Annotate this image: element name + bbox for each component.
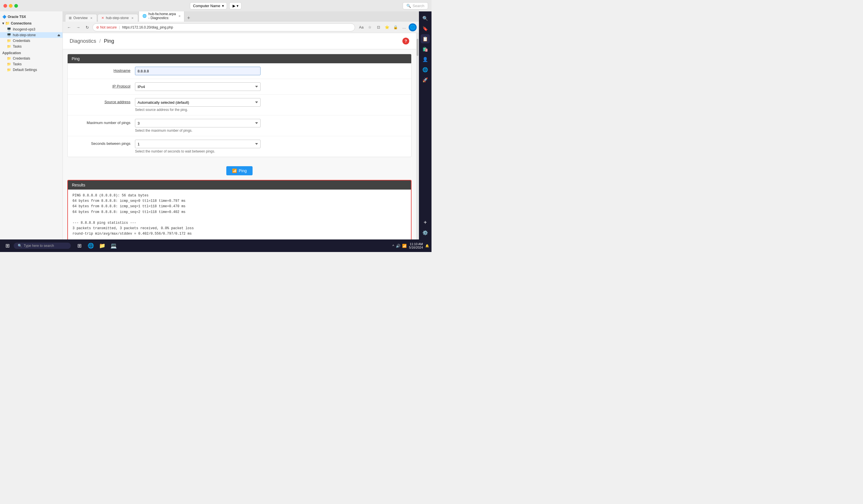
taskbar-icon-explorer[interactable]: 📁: [97, 241, 107, 251]
taskbar-icon-taskview[interactable]: ⊞: [74, 241, 85, 251]
oracle-tsx-header[interactable]: 🔷 Oracle TSX: [0, 14, 62, 20]
sidebar-item-credentials[interactable]: 📁 Credentials: [0, 55, 62, 61]
ip-protocol-row: IP Protocol IPv4 IPv6: [68, 79, 411, 95]
start-button[interactable]: ⊞: [2, 241, 13, 251]
taskbar-caret-icon[interactable]: ^: [392, 244, 394, 248]
edge-collections-icon[interactable]: 📋: [421, 34, 430, 43]
minimize-window-button[interactable]: [9, 4, 13, 8]
ping-button[interactable]: 📶 Ping: [226, 166, 252, 175]
not-secure-indicator: ⊘ Not secure: [96, 25, 117, 29]
tab-hub-step-stone[interactable]: ✕ hub-step-stone ✕: [98, 14, 138, 22]
taskbar-icon-terminal[interactable]: 💻: [109, 241, 119, 251]
title-bar-center: Computer Name ▾ ▶ ▾: [190, 2, 241, 9]
sidebar-item-default-settings[interactable]: 📁 Default Settings: [0, 67, 62, 73]
reader-view-button[interactable]: Aa: [357, 23, 365, 31]
forward-button[interactable]: →: [74, 23, 82, 31]
edge-outlook-icon[interactable]: 🌐: [421, 65, 430, 74]
address-bar[interactable]: ⊘ Not secure | https://172.16.0.20/diag_…: [92, 23, 355, 31]
edge-favorites-icon[interactable]: 🔖: [421, 24, 430, 33]
tab-diagnostics[interactable]: 🌐 hub-fw.home.arpa - Diagnostics: ✕: [139, 11, 184, 22]
play-icon: ▶: [233, 4, 236, 8]
ip-protocol-label: IP Protocol: [72, 82, 135, 88]
edge-profile-icon[interactable]: 👤: [421, 55, 430, 64]
back-button[interactable]: ←: [65, 23, 73, 31]
url-separator: |: [119, 25, 120, 29]
play-button[interactable]: ▶ ▾: [229, 2, 242, 9]
sidebar-item-ihoogend[interactable]: 🖥️ ihoogend-vps3: [0, 26, 62, 32]
edge-settings-icon[interactable]: ⚙️: [421, 228, 430, 237]
max-pings-select[interactable]: 3 1 2 5 10: [135, 119, 261, 127]
taskbar-notification-icon[interactable]: 🔔: [425, 244, 429, 248]
computer-name-label: Computer Name: [193, 4, 220, 8]
clock-time: 11:10 AM: [409, 242, 423, 246]
favorites-button[interactable]: ☆: [366, 23, 374, 31]
tab-overview[interactable]: ⊞ Overview ✕: [65, 14, 97, 22]
sidebar-item-credentials-top[interactable]: 📁 Credentials: [0, 38, 62, 43]
taskbar-icon-edge[interactable]: 🌐: [86, 241, 96, 251]
title-bar: Computer Name ▾ ▶ ▾ 🔍 Search: [0, 0, 432, 11]
ihoogend-folder-icon: 🖥️: [7, 27, 11, 31]
source-address-select[interactable]: Automatically selected (default): [135, 98, 261, 107]
edge-logo-button[interactable]: 🌐: [409, 23, 417, 31]
edge-add-icon[interactable]: +: [421, 218, 430, 227]
edge-shopping-icon[interactable]: 🛍️: [421, 44, 430, 54]
more-options-button[interactable]: …: [400, 23, 408, 31]
connections-header[interactable]: ▾ 📁 Connections: [0, 20, 62, 26]
close-window-button[interactable]: [3, 4, 7, 8]
new-tab-button[interactable]: +: [185, 14, 192, 22]
max-pings-label: Maximum number of pings: [72, 119, 135, 125]
breadcrumb-separator: /: [99, 38, 102, 44]
edge-tools-icon[interactable]: 🚀: [421, 75, 430, 85]
results-header: Results: [68, 180, 411, 190]
tab-hub-step-stone-close[interactable]: ✕: [130, 16, 134, 20]
sidebar-item-tasks-top[interactable]: 📁 Tasks: [0, 43, 62, 49]
refresh-button[interactable]: ↻: [83, 23, 91, 31]
tab-hub-step-stone-label: hub-step-stone: [106, 16, 129, 20]
tab-overview-label: Overview: [73, 16, 88, 20]
search-icon: 🔍: [407, 4, 411, 8]
clock-date: 5/16/2024: [409, 246, 423, 249]
breadcrumb-parent[interactable]: Diagnostics: [70, 38, 96, 44]
taskbar-search[interactable]: 🔍 Type here to search: [14, 243, 71, 249]
credentials-top-label: Credentials: [13, 39, 30, 43]
taskbar-search-icon: 🔍: [18, 244, 22, 248]
scrollbar[interactable]: [416, 33, 419, 240]
breadcrumb-current: Ping: [104, 38, 114, 44]
tab-diagnostics-label: hub-fw.home.arpa - Diagnostics:: [148, 12, 177, 20]
max-pings-row: Maximum number of pings 3 1 2 5 10 Selec…: [68, 115, 411, 136]
scroll-thumb[interactable]: [417, 39, 418, 56]
ping-section-header: Ping: [68, 54, 411, 63]
taskbar-time[interactable]: 11:10 AM 5/16/2024: [409, 242, 423, 249]
tasks-top-label: Tasks: [13, 44, 22, 49]
source-address-row: Source address Automatically selected (d…: [68, 95, 411, 115]
result-line-3: 64 bytes from 8.8.8.8: icmp_seq=1 ttl=11…: [73, 204, 407, 209]
max-pings-control: 3 1 2 5 10 Select the maximum number of …: [135, 119, 407, 132]
scroll-area[interactable]: Diagnostics / Ping ? Ping Hostname: [63, 33, 416, 240]
computer-name-dropdown[interactable]: Computer Name ▾: [190, 2, 227, 9]
search-bar[interactable]: 🔍 Search: [403, 2, 428, 9]
taskbar-network-icon[interactable]: 📶: [402, 244, 407, 248]
tab-diagnostics-close[interactable]: ✕: [178, 14, 181, 18]
maximize-window-button[interactable]: [14, 4, 18, 8]
sidebar-item-hub-step-stone[interactable]: 🖥️ hub-step-stone ⏏: [0, 32, 62, 38]
ping-wifi-icon: 📶: [232, 168, 237, 173]
help-icon[interactable]: ?: [402, 38, 409, 44]
edge-search-icon[interactable]: 🔍: [421, 14, 430, 23]
add-favorite-button[interactable]: ⭐: [383, 23, 391, 31]
hostname-input[interactable]: [135, 67, 261, 75]
seconds-select[interactable]: 1 2 3 5: [135, 140, 261, 148]
ip-protocol-control: IPv4 IPv6: [135, 82, 407, 91]
tasks-folder-icon: 📁: [7, 62, 11, 66]
split-view-button[interactable]: ⊡: [374, 23, 383, 31]
hub-step-stone-icon: 🖥️: [7, 33, 11, 37]
profile-button[interactable]: 🔒: [391, 23, 400, 31]
browser-controls: ← → ↻ ⊘ Not secure | https://172.16.0.20…: [63, 22, 419, 33]
oracle-tsx-icon: 🔷: [2, 15, 7, 19]
sidebar-item-tasks[interactable]: 📁 Tasks: [0, 61, 62, 67]
tab-overview-close[interactable]: ✕: [89, 16, 93, 20]
taskbar-volume-icon[interactable]: 🔊: [396, 244, 400, 248]
ping-button-label: Ping: [239, 168, 247, 173]
ip-protocol-select[interactable]: IPv4 IPv6: [135, 82, 261, 91]
sidebar: 🔷 Oracle TSX ▾ 📁 Connections 🖥️ ihoogend…: [0, 11, 63, 240]
default-settings-label: Default Settings: [13, 68, 37, 72]
